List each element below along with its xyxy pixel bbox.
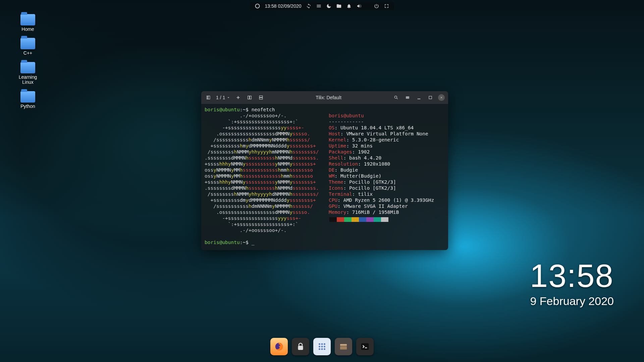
cursor: _ (252, 240, 255, 245)
svg-point-8 (319, 343, 320, 345)
svg-rect-7 (298, 346, 303, 350)
svg-point-15 (321, 348, 323, 350)
svg-rect-0 (248, 96, 250, 99)
svg-point-13 (324, 346, 325, 348)
expand-icon[interactable] (384, 3, 389, 9)
prompt-path: :~$ (240, 107, 249, 112)
svg-point-10 (324, 343, 325, 345)
apps-grid-icon (317, 342, 327, 352)
sidebar-toggle-icon[interactable] (205, 94, 212, 101)
split-down-icon[interactable] (257, 94, 265, 101)
desktop-icon-label: Python (20, 104, 35, 109)
split-right-icon[interactable] (246, 94, 253, 101)
svg-point-14 (319, 348, 320, 350)
dock-keyring[interactable] (292, 338, 309, 355)
workspace-indicator-icon[interactable] (255, 3, 260, 9)
new-session-button[interactable] (234, 94, 242, 101)
command-text: neofetch (252, 107, 275, 112)
notifications-icon[interactable] (346, 3, 352, 9)
folder-icon (20, 91, 35, 103)
dock-apps-grid[interactable] (313, 338, 331, 355)
desktop-icon-home[interactable]: Home (13, 14, 43, 32)
terminal-icon (360, 342, 370, 352)
prompt-path: :~$ (240, 240, 249, 245)
svg-rect-1 (250, 96, 252, 99)
chevron-down-icon (226, 96, 230, 100)
session-counter[interactable]: 1 / 1 (216, 95, 230, 100)
menu-icon[interactable] (316, 3, 322, 9)
desktop-icon-learning-linux[interactable]: Learning Linux (13, 62, 43, 85)
lock-icon (296, 342, 306, 352)
folder-icon (20, 38, 35, 49)
prompt-user: boris@ubuntu (205, 107, 240, 112)
session-counter-text: 1 / 1 (216, 95, 225, 100)
folder-icon (20, 62, 35, 73)
window-title: Tilix: Default (269, 95, 388, 100)
dock-terminal[interactable] (356, 338, 374, 355)
hamburger-menu-icon[interactable] (404, 94, 411, 101)
firefox-icon (274, 342, 284, 352)
svg-rect-19 (361, 343, 369, 350)
svg-rect-3 (260, 98, 263, 100)
files-panel-icon[interactable] (336, 3, 342, 9)
search-icon[interactable] (392, 94, 400, 101)
svg-point-16 (324, 348, 325, 350)
sync-icon[interactable] (306, 3, 312, 9)
panel-separator (367, 3, 369, 9)
dock-firefox[interactable] (270, 338, 288, 355)
maximize-button[interactable] (427, 94, 434, 101)
terminal-window: 1 / 1 Tilix: Default boris@ubuntu:~$ neo… (201, 91, 448, 250)
svg-point-9 (321, 343, 323, 345)
close-button[interactable] (438, 94, 445, 101)
neofetch-ascii: .-/+oossssoo+/-. `:+ssssssssssssssssss+:… (205, 113, 329, 233)
desktop-icon-python[interactable]: Python (13, 91, 43, 109)
folder-icon (20, 14, 35, 25)
panel-datetime[interactable]: 13:58 02/09/2020 (265, 3, 302, 9)
svg-rect-2 (260, 96, 263, 98)
top-panel: 13:58 02/09/2020 (250, 2, 394, 10)
svg-rect-18 (340, 346, 347, 350)
svg-point-4 (394, 96, 397, 98)
desktop-icon-cpp[interactable]: C++ (13, 38, 43, 56)
neofetch-color-swatches (329, 217, 445, 222)
desktop-clock-date: 9 February 2020 (530, 295, 614, 308)
prompt-user: boris@ubuntu (205, 240, 240, 245)
power-icon[interactable] (374, 3, 379, 9)
desktop-icon-label: Learning Linux (19, 75, 37, 85)
svg-rect-17 (340, 344, 347, 346)
minimize-button[interactable] (415, 94, 423, 101)
desktop-icon-label: Home (21, 27, 34, 32)
desktop-icon-label: C++ (23, 51, 32, 56)
desktop-clock-time: 13:58 (530, 260, 614, 292)
svg-point-12 (321, 346, 323, 348)
svg-rect-5 (429, 96, 432, 99)
neofetch-info: boris@ubuntu ------------ OS: Ubuntu 18.… (329, 113, 445, 233)
terminal-titlebar[interactable]: 1 / 1 Tilix: Default (201, 91, 448, 104)
volume-icon[interactable] (357, 3, 362, 9)
desktop-icons: Home C++ Learning Linux Python (13, 14, 43, 109)
desktop-clock-widget: 13:58 9 February 2020 (530, 260, 614, 308)
files-icon (338, 342, 348, 352)
terminal-body[interactable]: boris@ubuntu:~$ neofetch .-/+oossssoo+/-… (201, 104, 448, 250)
dock (267, 336, 377, 357)
dock-files[interactable] (335, 338, 352, 355)
svg-point-11 (319, 346, 320, 348)
night-mode-icon[interactable] (326, 3, 332, 9)
